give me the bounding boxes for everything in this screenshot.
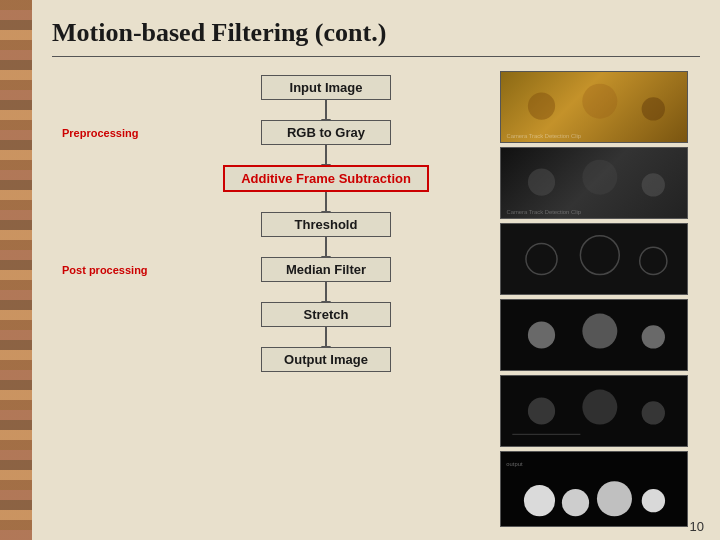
img3-overlay	[501, 224, 687, 294]
box-stretch: Stretch	[261, 302, 391, 327]
arrow-row-1	[62, 100, 500, 120]
svg-point-6	[642, 173, 665, 196]
slide-container: Motion-based Filtering (cont.) Input Ima…	[32, 0, 720, 540]
page-number: 10	[690, 519, 704, 534]
box-input-image: Input Image	[261, 75, 391, 100]
flow-row-rgb: Preprocessing RGB to Gray	[62, 120, 500, 145]
flow-row-output: Output Image	[62, 347, 500, 372]
flow-row-input: Input Image	[62, 75, 500, 100]
svg-point-20	[597, 481, 632, 516]
img6-overlay: output	[501, 452, 687, 526]
flow-row-stretch: Stretch	[62, 302, 500, 327]
image-4	[500, 299, 688, 371]
images-area: Camera Track Detection Clip Camera Track…	[500, 71, 700, 511]
label-preprocessing: Preprocessing	[62, 127, 152, 139]
arrow-5	[325, 282, 327, 302]
arrow-row-3	[62, 192, 500, 212]
svg-point-4	[528, 168, 555, 195]
svg-point-14	[528, 397, 555, 424]
img2-overlay: Camera Track Detection Clip	[501, 148, 687, 218]
svg-text:output: output	[506, 461, 523, 467]
svg-point-0	[528, 92, 555, 119]
arrow-6	[325, 327, 327, 347]
svg-point-19	[562, 489, 589, 516]
svg-point-5	[582, 160, 617, 195]
box-threshold: Threshold	[261, 212, 391, 237]
svg-point-9	[580, 236, 619, 275]
arrow-1	[325, 100, 327, 120]
image-6: output	[500, 451, 688, 527]
svg-point-1	[582, 84, 617, 119]
svg-text:Camera Track Detection Clip: Camera Track Detection Clip	[507, 209, 582, 215]
img4-overlay	[501, 300, 687, 370]
svg-point-13	[642, 325, 665, 348]
arrow-3	[325, 192, 327, 212]
left-border-decoration	[0, 0, 32, 540]
slide-title: Motion-based Filtering (cont.)	[52, 18, 700, 48]
flow-row-median: Post processing Median Filter	[62, 257, 500, 282]
flow-center-input: Input Image	[152, 75, 500, 100]
svg-point-8	[526, 243, 557, 274]
title-divider	[52, 56, 700, 57]
label-post-processing: Post processing	[62, 264, 152, 276]
image-2: Camera Track Detection Clip	[500, 147, 688, 219]
box-additive-frame: Additive Frame Subtraction	[223, 165, 429, 192]
svg-point-16	[642, 401, 665, 424]
img5-overlay	[501, 376, 687, 446]
svg-point-12	[582, 314, 617, 349]
arrow-row-6	[62, 327, 500, 347]
arrow-2	[325, 145, 327, 165]
image-3	[500, 223, 688, 295]
svg-point-2	[642, 97, 665, 120]
svg-point-10	[640, 247, 667, 274]
box-rgb-to-gray: RGB to Gray	[261, 120, 391, 145]
flowchart-area: Input Image Preprocessing RGB to Gray	[52, 71, 500, 511]
image-1: Camera Track Detection Clip	[500, 71, 688, 143]
img1-overlay: Camera Track Detection Clip	[501, 72, 687, 142]
box-median-filter: Median Filter	[261, 257, 391, 282]
content-area: Input Image Preprocessing RGB to Gray	[52, 71, 700, 511]
svg-point-21	[642, 489, 665, 512]
arrow-row-2	[62, 145, 500, 165]
svg-point-18	[524, 485, 555, 516]
image-5	[500, 375, 688, 447]
svg-point-15	[582, 390, 617, 425]
arrow-4	[325, 237, 327, 257]
box-output-image: Output Image	[261, 347, 391, 372]
flowchart-inner: Input Image Preprocessing RGB to Gray	[62, 75, 500, 372]
svg-text:Camera Track Detection Clip: Camera Track Detection Clip	[507, 133, 582, 139]
arrow-row-4	[62, 237, 500, 257]
svg-point-11	[528, 321, 555, 348]
flow-row-threshold: Threshold	[62, 212, 500, 237]
arrow-row-5	[62, 282, 500, 302]
flow-row-additive: Additive Frame Subtraction	[62, 165, 500, 192]
